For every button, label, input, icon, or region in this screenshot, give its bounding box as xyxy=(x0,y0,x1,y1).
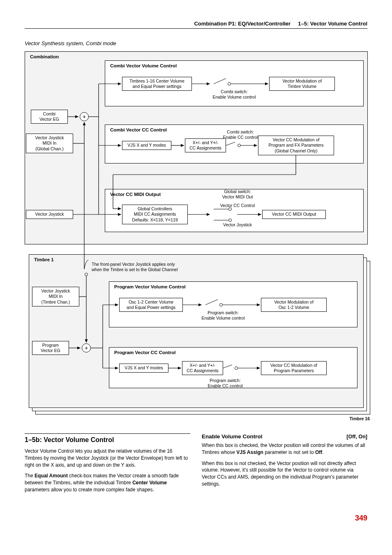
combi-volume-switch-label: Combi switch:Enable Volume control xyxy=(208,89,261,99)
timbre1-label: Timbre 1 xyxy=(34,257,54,262)
header-left: Combination P1: EQ/Vector/Controller xyxy=(194,21,291,27)
xy-cc-assignments-box: X+/- and Y+/-CC Assignments xyxy=(185,138,226,152)
timbres-center-volume-box: Timbres 1-16 Center Volumeand Equal Powe… xyxy=(122,77,192,91)
header-right: 1–5: Vector Volume Control xyxy=(298,21,367,27)
program-cc-title: Program Vector CC Control xyxy=(114,350,176,355)
combi-vector-eg-box: CombiVector EG xyxy=(31,110,68,124)
plus-icon-2: + xyxy=(82,343,91,352)
vector-cc-midi-output-box: Vector CC MIDI Output xyxy=(262,210,326,219)
program-cc-switch-label: Program switch:Enable CC control xyxy=(196,378,254,388)
vector-mod-osc-volume-box: Vector Modulation ofOsc 1-2 Volume xyxy=(261,298,327,312)
section-title: 1–5b: Vector Volume Control xyxy=(25,433,190,444)
vector-cc-control-label: Vector CC Control xyxy=(211,203,264,208)
combination-label: Combination xyxy=(30,54,59,59)
enable-volume-p2: When this box is not checked, the Vector… xyxy=(202,460,367,488)
combi-volume-title: Combi Vector Volume Control xyxy=(110,63,177,68)
vjs-xy-modes-box: VJS X and Y modes xyxy=(122,141,171,150)
midi-output-title: Vector CC MIDI Output xyxy=(110,192,161,197)
vector-cc-mod-box: Vector CC Modulation ofProgram and FX Pa… xyxy=(258,136,334,155)
vector-synthesis-diagram: Combination Combi Vector Volume Control … xyxy=(25,51,368,421)
text-columns: 1–5b: Vector Volume Control Vector Volum… xyxy=(25,433,367,497)
osc-center-volume-box: Osc 1-2 Center Volumeand Equal Power set… xyxy=(119,298,183,312)
program-vector-eg-box: ProgramVector EG xyxy=(32,341,69,355)
enable-volume-title: Enable Volume Control xyxy=(202,433,263,440)
vector-mod-timbre-volume-box: Vector Modulation ofTimbre Volume xyxy=(269,77,335,91)
section-p1: Vector Volume Control lets you adjust th… xyxy=(25,448,190,468)
program-cc-mod-box: Vector CC Modulation ofProgram Parameter… xyxy=(261,361,327,375)
timbre-note: The front-panel Vector Joystick applies … xyxy=(92,262,207,272)
program-xy-cc-box: X+/- and Y+/-CC Assignments xyxy=(182,361,223,375)
program-vjs-xy-box: VJS X and Y modes xyxy=(119,364,168,373)
combi-cc-title: Combi Vector CC Control xyxy=(110,127,167,132)
vector-joystick-box: Vector Joystick xyxy=(26,210,73,219)
vjs-midi-global-box: Vector JoystickMIDI In(Global Chan.) xyxy=(26,134,73,153)
left-column: 1–5b: Vector Volume Control Vector Volum… xyxy=(25,433,190,497)
vector-joystick-label: Vector Joystick xyxy=(211,222,264,228)
right-column: Enable Volume Control [Off, On] When thi… xyxy=(202,433,367,497)
enable-volume-p1: When this box is checked, the Vector pos… xyxy=(202,442,367,456)
timbre16-label: Timbre 16 xyxy=(341,416,370,421)
enable-volume-row: Enable Volume Control [Off, On] xyxy=(202,433,367,440)
vjs-midi-timbre-box: Vector JoystickMIDI In(Timbre Chan.) xyxy=(32,287,79,306)
program-volume-switch-label: Program switch:Enable Volume control xyxy=(196,310,250,320)
section-p2: The Equal Amount check-box makes the Vec… xyxy=(25,472,190,493)
enable-volume-options: [Off, On] xyxy=(346,434,367,440)
page-header: Combination P1: EQ/Vector/Controller 1–5… xyxy=(25,21,367,29)
global-switch-midi-label: Global switch:Vector MIDI Out xyxy=(211,189,264,199)
global-controllers-box: Global ControllersMIDI CC AssignmentsDef… xyxy=(122,205,188,224)
program-volume-title: Program Vector Volume Control xyxy=(114,284,186,289)
page-number: 349 xyxy=(25,514,367,523)
plus-icon: + xyxy=(80,112,89,121)
diagram-caption: Vector Synthesis system, Combi mode xyxy=(25,40,367,46)
